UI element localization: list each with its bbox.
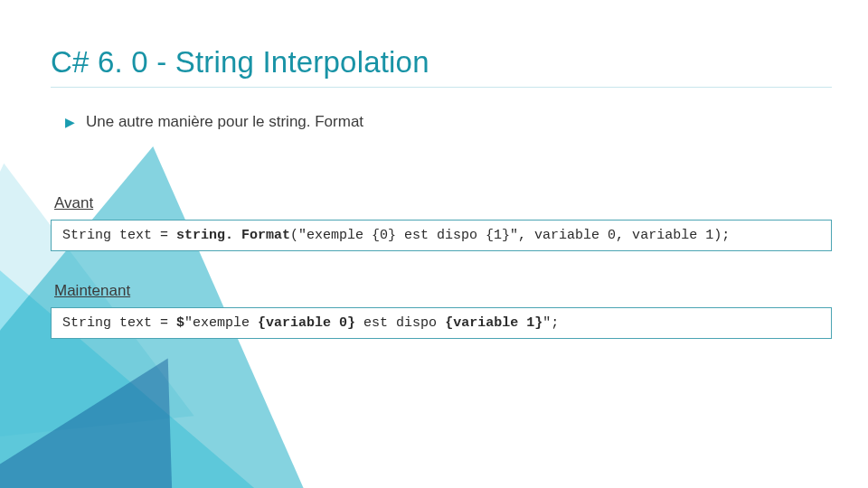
- now-label: Maintenant: [54, 282, 832, 300]
- slide: C# 6. 0 - String Interpolation ▶ Une aut…: [0, 0, 868, 488]
- code-text: String text =: [62, 315, 176, 331]
- code-text: string. Format: [176, 228, 290, 243]
- code-text: String text =: [62, 228, 176, 243]
- code-text: {variable 0}: [258, 315, 355, 331]
- code-text: $: [176, 315, 184, 331]
- code-text: ("exemple {0} est dispo {1}", variable 0…: [290, 228, 730, 243]
- code-text: ";: [542, 315, 559, 331]
- code-text: "exemple: [184, 315, 258, 331]
- page-title: C# 6. 0 - String Interpolation: [51, 45, 832, 88]
- chevron-right-icon: ▶: [65, 115, 75, 129]
- slide-content: C# 6. 0 - String Interpolation ▶ Une aut…: [51, 45, 832, 370]
- code-now: String text = $"exemple {variable 0} est…: [51, 307, 832, 339]
- bullet-item: ▶ Une autre manière pour le string. Form…: [65, 113, 832, 131]
- code-text: est dispo: [355, 315, 445, 331]
- before-label: Avant: [54, 194, 832, 212]
- code-before: String text = string. Format("exemple {0…: [51, 220, 832, 251]
- bullet-text: Une autre manière pour le string. Format: [86, 113, 363, 131]
- code-text: {variable 1}: [445, 315, 542, 331]
